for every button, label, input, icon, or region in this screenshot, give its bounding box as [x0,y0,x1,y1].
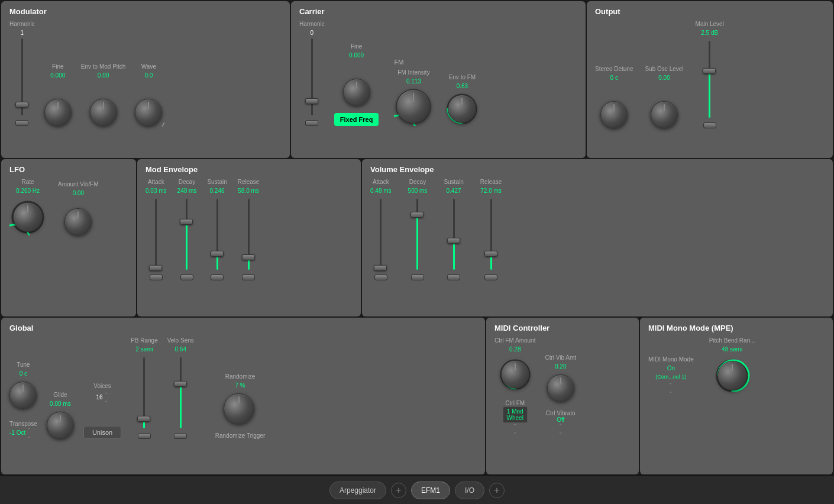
vol-release-value: 72.0 ms [480,188,502,194]
tab-io[interactable]: I/O [455,482,484,499]
volume-envelope-title: Volume Envelope [370,165,825,174]
mod-attack-slider[interactable] [149,265,162,271]
carrier-fine-value: 0.000 [349,52,364,59]
vol-attack-group: Attack 0.48 ms [370,179,392,280]
sub-osc-group: Sub Osc Level 0.00 [645,66,684,128]
transpose-arrow[interactable]: ⌃⌄ [27,427,31,439]
midi-mono-mode-value: On [667,365,675,371]
lfo-amount-group: Amount Vib/FM 0.00 [58,181,99,235]
pitch-bend-knob[interactable] [717,361,747,390]
fine-value: 0.000 [50,72,65,79]
env-to-fm-group: Env to FM 0.63 [445,74,479,126]
main-level-value: 2.5 dB [701,30,718,36]
lfo-rate-label: Rate [21,179,34,185]
ctrl-fm-amount-label: Ctrl FM Amount [494,337,535,344]
lfo-rate-value: 0.260 Hz [16,188,40,194]
vol-decay-group: Decay 500 ms [408,179,428,280]
env-mod-pitch-label: Env to Mod Pitch [81,63,126,70]
mod-envelope-panel: Mod Envelope Attack 0.03 ms Decay 240 ms [137,159,361,316]
midi-controller-title: MIDI Controller [494,324,631,332]
lfo-rate-group: Rate 0.260 Hz [9,179,46,235]
mod-decay-slider[interactable] [180,219,193,225]
env-mod-pitch-value: 0.00 [98,72,109,79]
fm-intensity-label: FM Intensity [397,69,429,76]
vol-attack-slider[interactable] [374,265,387,271]
tab-add-right[interactable]: + [489,483,505,498]
mod-sustain-slider[interactable] [211,251,224,257]
wave-knob[interactable] [135,99,162,126]
transpose-value: -1 Oct [9,429,25,436]
mod-release-label: Release [238,179,260,185]
mod-release-slider[interactable] [242,254,255,260]
vol-sustain-slider[interactable] [447,238,460,244]
unison-button[interactable]: Unison [83,426,121,439]
randomize-value: 7 % [235,382,245,389]
fine-knob[interactable] [44,99,72,126]
glide-knob[interactable] [47,412,74,439]
tune-knob[interactable] [9,382,37,409]
tune-value: 0 c [20,370,27,377]
lfo-amount-knob[interactable] [64,208,92,235]
carrier-panel: Carrier Harmonic 0 Fine 0.000 Fixed Freq [291,1,586,158]
tab-add-left[interactable]: + [391,483,406,498]
carrier-harmonic-slider[interactable] [305,98,318,104]
harmonic-group: Harmonic 1 [9,21,35,126]
velo-sens-slider[interactable] [174,381,187,387]
global-title: Global [9,324,477,332]
sub-osc-label: Sub Osc Level [645,66,684,72]
ctrl-vibrato-arrow[interactable]: ⌃⌄ [546,423,576,435]
glide-value: 0.00 ms [50,400,71,407]
pitch-bend-label: Pitch Bend Ran... [709,337,755,344]
vol-release-slider[interactable] [484,251,497,257]
stereo-detune-knob[interactable] [600,101,628,128]
velo-sens-value: 0.64 [175,346,186,353]
pb-range-label: PB Range [131,337,158,344]
tab-arpeggiator[interactable]: Arpeggiator [329,482,386,499]
tab-bar: Arpeggiator + EFM1 I/O + [0,476,834,504]
env-mod-pitch-knob[interactable] [90,99,117,126]
voices-stepper[interactable]: ⌃⌄ [104,392,109,403]
lfo-rate-knob[interactable] [13,202,43,232]
ctrl-vib-amt-value: 0.20 [555,363,566,370]
lfo-panel: LFO Rate 0.260 Hz Amount Vi [1,159,136,316]
env-to-fm-label: Env to FM [449,74,476,80]
sub-osc-knob[interactable] [651,101,678,128]
vol-sustain-value: 0.427 [447,188,461,194]
harmonic-value: 1 [21,30,24,36]
mod-release-value: 58.0 ms [238,188,259,194]
randomize-knob[interactable] [224,393,254,424]
tab-efm1[interactable]: EFM1 [411,482,450,499]
vol-sustain-group: Sustain 0.427 [444,179,463,280]
fixed-freq-button[interactable]: Fixed Freq [334,113,379,126]
harmonic-label: Harmonic [9,21,35,27]
pb-range-slider[interactable] [137,416,150,422]
ctrl-fm-label: Ctrl FM [503,400,528,406]
ctrl-vib-amt-knob[interactable] [547,374,574,402]
carrier-harmonic-group: Harmonic 0 [299,21,325,126]
ctrl-fm-amount-value: 0.28 [509,346,521,353]
output-panel: Output Stereo Detune 0 c Sub Osc Level 0… [587,1,833,158]
env-mod-pitch-group: Env to Mod Pitch 0.00 [81,63,126,126]
ctrl-vibrato-label: Ctrl Vibrato [546,410,576,416]
carrier-fine-knob[interactable] [343,79,370,106]
pb-range-value: 2 semi [135,346,153,353]
ctrl-vib-amt-label: Ctrl Vib Amt [545,354,576,361]
wave-group: Wave 0.0 [135,63,162,126]
env-to-fm-value: 0.63 [457,83,468,89]
midi-controller-panel: MIDI Controller Ctrl FM Amount 0.28 Ctrl [486,318,639,474]
midi-mono-arrow[interactable]: ⌃⌄ [668,382,673,394]
vol-release-label: Release [480,179,502,185]
midi-mono-title: MIDI Mono Mode (MPE) [648,324,825,332]
ctrl-fm-amount-knob[interactable] [501,360,529,389]
ctrl-fm-arrow[interactable]: ⌃⌄ [503,423,528,435]
vol-decay-slider[interactable] [410,212,424,218]
ctrl-vibrato-value: Off [546,416,576,423]
mod-release-group: Release 58.0 ms [238,179,260,280]
harmonic-slider[interactable] [15,102,28,108]
midi-mono-mode-label: MIDI Mono Mode [648,356,694,363]
main-level-slider[interactable] [703,68,716,74]
modulator-panel: Modulator Harmonic 1 Fine [1,1,290,158]
ctrl-fm-dropdown[interactable]: 1 Mod Wheel [503,406,528,423]
carrier-fine-label: Fine [351,43,362,50]
stereo-detune-label: Stereo Detune [595,66,633,72]
